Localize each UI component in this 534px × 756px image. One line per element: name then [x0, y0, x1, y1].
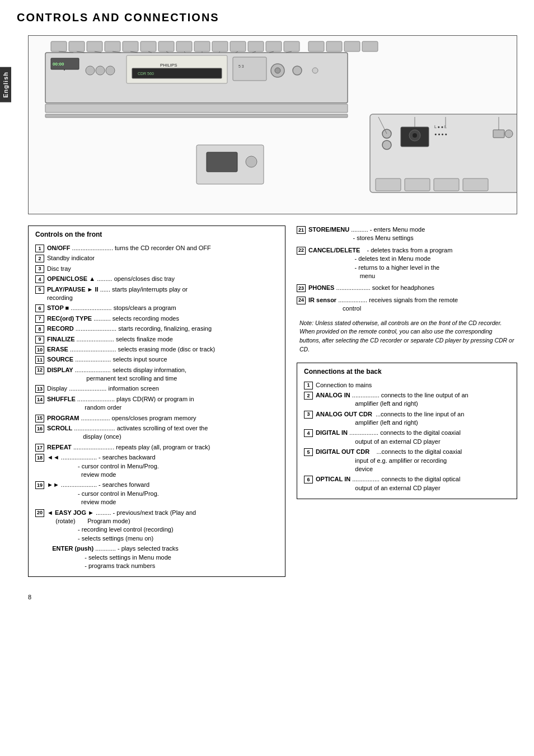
svg-rect-2: [69, 41, 85, 51]
svg-text:CDR 560: CDR 560: [138, 72, 154, 76]
item-dots: ........................: [73, 444, 114, 450]
left-column: Controls on the front 1 ON/OFF .........…: [28, 226, 285, 585]
right-items-list: 21 STORE/MENU .......... - enters Menu m…: [297, 226, 517, 313]
item-content: PHONES .................... socket for h…: [308, 284, 517, 292]
svg-rect-3: [87, 41, 102, 51]
list-item: 5 DIGITAL OUT CDR ...connects to the dig…: [304, 448, 510, 473]
list-item: 10 ERASE ........................... sel…: [35, 345, 278, 354]
svg-rect-9: [194, 41, 210, 51]
item-desc: selects erasing mode (disc or track): [118, 346, 216, 353]
svg-rect-63: [434, 179, 459, 191]
item-content: ◄◄ ..................... - searches back…: [47, 453, 278, 479]
item-content: SHUFFLE ...................... plays CD(…: [47, 395, 278, 412]
item-content: FINALIZE ...................... selects …: [47, 335, 278, 344]
item-label: SCROLL: [47, 425, 72, 431]
item-number: 12: [35, 367, 44, 374]
item-content: PROGRAM ................. opens/closes p…: [47, 414, 278, 422]
item-dots: ..........: [93, 315, 111, 322]
list-item: 4 DIGITAL IN ................. connects …: [304, 429, 510, 446]
item-label: Display: [47, 385, 67, 392]
item-label: IR sensor: [308, 297, 336, 303]
item-number: 19: [35, 481, 44, 489]
svg-rect-7: [158, 41, 174, 51]
list-item: 24 IR sensor ................. receives …: [297, 296, 517, 313]
list-item: 6 OPTICAL IN ................ connects t…: [304, 475, 510, 492]
item-number: 22: [297, 247, 306, 255]
list-item: 18 ◄◄ ..................... - searches b…: [35, 453, 278, 479]
item-desc: turns the CD recorder ON and OFF: [115, 245, 211, 251]
item-number: 10: [35, 346, 44, 354]
item-number: 6: [304, 476, 313, 483]
svg-point-56: [413, 133, 417, 138]
list-item: 17 REPEAT ........................ repea…: [35, 443, 278, 452]
svg-point-67: [246, 156, 257, 167]
item-label: ANALOG IN: [316, 392, 350, 398]
device-diagram: Philips 00:00 PHILIPS CDR 560 5 3: [28, 35, 517, 214]
svg-rect-11: [230, 41, 246, 51]
list-item: 21 STORE/MENU .......... - enters Menu m…: [297, 226, 517, 243]
item-number: 17: [35, 444, 44, 452]
svg-rect-13: [266, 41, 282, 51]
item-dots: ........................: [72, 245, 113, 251]
list-item: . ENTER (push) ............ - plays sele…: [35, 544, 278, 570]
controls-front-list: 1 ON/OFF ........................ turns …: [35, 244, 278, 570]
svg-rect-66: [207, 152, 237, 172]
item-desc: socket for headphones: [372, 284, 434, 291]
item-label: PROGRAM: [47, 415, 79, 421]
item-content: OPTICAL IN ................ connects to …: [316, 475, 510, 492]
svg-rect-43: [233, 57, 266, 81]
item-number: 1: [304, 382, 313, 389]
item-dots: .........: [96, 509, 111, 516]
item-content: OPEN/CLOSE ▲ ......... opens/closes disc…: [47, 275, 278, 283]
item-content: ANALOG OUT CDR ...connects to the line i…: [316, 410, 510, 428]
item-content: IR sensor ................. receives sig…: [308, 296, 517, 313]
svg-rect-16: [326, 41, 342, 51]
svg-point-36: [86, 66, 95, 75]
svg-point-38: [106, 66, 115, 75]
list-item: 22 CANCEL/DELETE - deletes tracks from a…: [297, 246, 517, 281]
item-dots: .....................: [61, 454, 97, 461]
svg-rect-49: [45, 104, 348, 112]
item-desc: starts recording, finalizing, erasing: [118, 325, 212, 332]
svg-rect-64: [463, 179, 488, 191]
item-number: 13: [35, 385, 44, 393]
item-desc: opens/closes program memory: [112, 415, 196, 421]
svg-point-48: [312, 68, 318, 73]
item-number: 3: [304, 411, 313, 419]
item-content: DISPLAY ..................... selects di…: [47, 366, 278, 383]
svg-rect-50: [45, 114, 348, 118]
list-item: 14 SHUFFLE ...................... plays …: [35, 395, 278, 412]
item-label: STORE/MENU: [308, 226, 349, 233]
svg-rect-8: [176, 41, 192, 51]
item-label: REPEAT: [47, 444, 72, 450]
list-item: 3 ANALOG OUT CDR ...connects to the line…: [304, 410, 510, 428]
list-item: 1 Connection to mains: [304, 381, 510, 389]
list-item: 15 PROGRAM ................. opens/close…: [35, 414, 278, 422]
item-label: REC(ord) TYPE: [47, 315, 92, 322]
item-label: ◄ EASY JOG ►: [47, 509, 94, 516]
item-label: DIGITAL OUT CDR: [316, 448, 369, 455]
svg-point-46: [275, 68, 280, 73]
item-label: ENTER (push): [52, 545, 93, 552]
item-desc: repeats play (all, program or track): [116, 444, 210, 450]
item-content: Disc tray: [47, 265, 278, 273]
svg-rect-61: [376, 179, 401, 191]
svg-rect-5: [123, 41, 138, 51]
item-dots: .....................: [61, 481, 97, 488]
page-title: CONTROLS AND CONNECTIONS: [17, 11, 517, 27]
item-desc: information screen: [108, 385, 159, 392]
list-item: 3 Disc tray: [35, 265, 278, 273]
item-dots: ........................: [74, 425, 115, 431]
item-dots: ......: [100, 286, 110, 293]
item-number: 18: [35, 454, 44, 462]
item-desc: selects input source: [113, 356, 167, 363]
list-item: 4 OPEN/CLOSE ▲ ......... opens/closes di…: [35, 275, 278, 283]
svg-text:L ● ● L: L ● ● L: [434, 125, 447, 129]
item-label: RECORD: [47, 325, 74, 332]
list-item: 19 ►► ..................... - searches f…: [35, 481, 278, 506]
list-item: 7 REC(ord) TYPE .......... selects recor…: [35, 314, 278, 323]
item-label: FINALIZE: [47, 336, 75, 342]
item-dots: .................: [349, 429, 378, 436]
connections-back-section: Connections at the back 1 Connection to …: [297, 363, 517, 500]
item-label: PHONES: [308, 284, 334, 291]
